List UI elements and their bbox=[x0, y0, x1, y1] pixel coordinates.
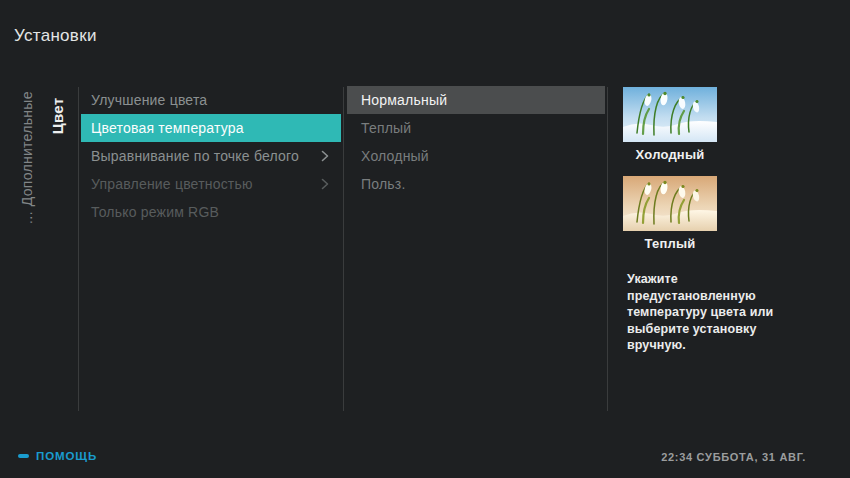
sidebar-category-color[interactable]: Цвет bbox=[49, 98, 66, 135]
cold-preview-image bbox=[623, 87, 717, 142]
menu-item-color-management[interactable]: Управление цветностью bbox=[81, 170, 341, 198]
option-normal[interactable]: Нормальный bbox=[347, 86, 605, 114]
option-label: Теплый bbox=[361, 120, 411, 136]
option-cold[interactable]: Холодный bbox=[347, 142, 605, 170]
option-custom[interactable]: Польз. bbox=[347, 170, 605, 198]
sidebar-category-additional[interactable]: … Дополнительные bbox=[19, 91, 35, 225]
value-options-list: Нормальный Теплый Холодный Польз. bbox=[347, 86, 605, 198]
menu-item-label: Цветовая температура bbox=[91, 120, 244, 136]
option-label: Польз. bbox=[361, 176, 406, 192]
page-title: Установки bbox=[14, 26, 97, 46]
warm-preview-label: Теплый bbox=[623, 236, 717, 251]
menu-item-label: Выравнивание по точке белого bbox=[91, 148, 299, 164]
menu-item-label: Улучшение цвета bbox=[91, 92, 207, 108]
menu-item-white-point-alignment[interactable]: Выравнивание по точке белого bbox=[81, 142, 341, 170]
option-warm[interactable]: Теплый bbox=[347, 114, 605, 142]
cold-preview-label: Холодный bbox=[623, 147, 717, 162]
setting-description: Укажите предустановленную температуру цв… bbox=[627, 271, 799, 354]
divider-values-preview bbox=[607, 87, 608, 411]
menu-item-label: Только режим RGB bbox=[91, 204, 219, 220]
menu-item-label: Управление цветностью bbox=[91, 176, 253, 192]
chevron-right-icon bbox=[321, 150, 329, 162]
menu-item-color-enhancement[interactable]: Улучшение цвета bbox=[81, 86, 341, 114]
settings-menu: Улучшение цвета Цветовая температура Выр… bbox=[81, 86, 341, 226]
option-label: Холодный bbox=[361, 148, 429, 164]
remote-key-dash-icon bbox=[18, 454, 29, 458]
divider-sidebar bbox=[78, 87, 79, 411]
chevron-right-icon bbox=[321, 178, 329, 190]
menu-item-rgb-only-mode[interactable]: Только режим RGB bbox=[81, 198, 341, 226]
option-label: Нормальный bbox=[361, 92, 447, 108]
help-label: ПОМОЩЬ bbox=[36, 450, 97, 462]
clock-date: 22:34 СУББОТА, 31 АВГ. bbox=[661, 451, 806, 463]
divider-menu-values bbox=[343, 87, 344, 411]
help-button[interactable]: ПОМОЩЬ bbox=[18, 450, 97, 462]
warm-preview-image bbox=[623, 176, 717, 231]
menu-item-color-temperature[interactable]: Цветовая температура bbox=[81, 114, 341, 142]
